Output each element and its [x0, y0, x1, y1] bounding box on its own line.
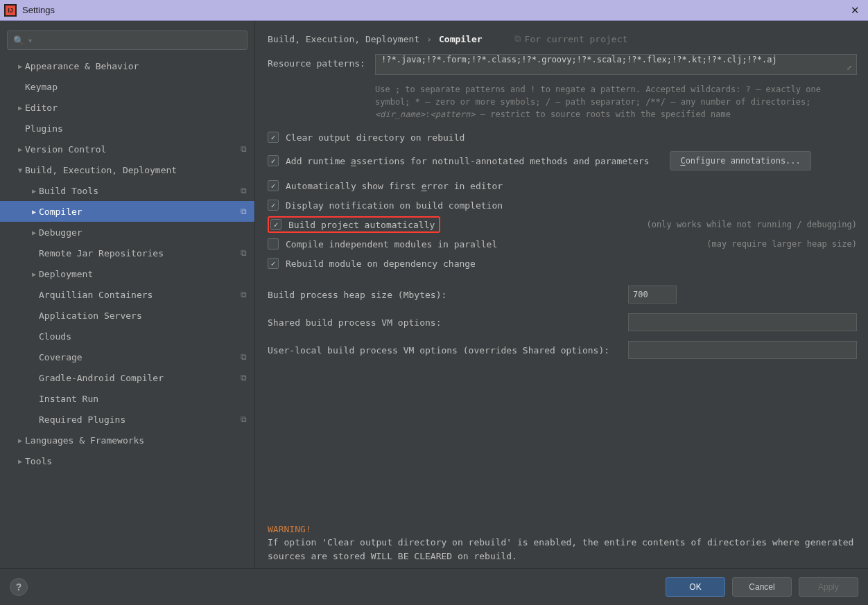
sidebar-item-clouds[interactable]: Clouds [0, 326, 254, 347]
tree-arrow-icon: ▶ [29, 187, 39, 195]
breadcrumb-current: Compiler [439, 34, 483, 44]
cancel-button[interactable]: Cancel [732, 577, 792, 597]
tree-arrow-icon: ▶ [29, 208, 39, 216]
sidebar-item-label: Plugins [25, 123, 249, 134]
dialog-button-bar: ? OK Cancel Apply [0, 568, 868, 604]
search-icon: 🔍 [13, 35, 24, 46]
runtime-assertions-checkbox[interactable] [268, 155, 279, 166]
resource-patterns-input[interactable]: !?*.java;!?*.form;!?*.class;!?*.groovy;!… [375, 54, 857, 75]
titlebar: IJ Settings ✕ [0, 0, 868, 21]
user-vm-input[interactable] [628, 341, 857, 359]
dialog-content: 🔍 ▾ ▶Appearance & BehaviorKeymap▶EditorP… [0, 21, 868, 568]
expand-field-icon[interactable]: ⤢ [847, 64, 852, 71]
build-automatically-note: (only works while not running / debuggin… [647, 220, 857, 229]
warning-block: WARNING! If option 'Clear output directo… [268, 502, 857, 563]
clear-output-checkbox[interactable] [268, 132, 279, 143]
sidebar-item-plugins[interactable]: Plugins [0, 118, 254, 139]
sidebar-item-remote-jar-repositories[interactable]: Remote Jar Repositories⧉ [0, 243, 254, 263]
warning-title: WARNING! [268, 523, 857, 536]
warning-body: If option 'Clear output directory on reb… [268, 536, 857, 563]
sidebar: 🔍 ▾ ▶Appearance & BehaviorKeymap▶EditorP… [0, 21, 255, 568]
project-scope-icon: ⧉ [238, 351, 249, 362]
auto-first-error-checkbox[interactable] [268, 180, 279, 191]
sidebar-item-label: Debugger [39, 227, 249, 238]
clear-output-label: Clear output directory on rebuild [286, 132, 465, 143]
sidebar-item-languages-frameworks[interactable]: ▶Languages & Frameworks [0, 430, 254, 450]
window-title: Settings [22, 5, 55, 15]
sidebar-item-arquillian-containers[interactable]: Arquillian Containers⧉ [0, 284, 254, 305]
shared-vm-input[interactable] [628, 313, 857, 331]
compile-parallel-checkbox[interactable] [268, 238, 279, 249]
tree-arrow-icon: ▶ [15, 437, 25, 444]
sidebar-item-build-tools[interactable]: ▶Build Tools⧉ [0, 180, 254, 201]
sidebar-item-label: Clouds [39, 331, 249, 342]
tree-arrow-icon: ▼ [15, 166, 25, 174]
sidebar-item-label: Appearance & Behavior [25, 61, 249, 71]
resource-patterns-hint: Use ; to separate patterns and ! to nega… [268, 83, 857, 121]
sidebar-item-gradle-android-compiler[interactable]: Gradle-Android Compiler⧉ [0, 367, 254, 388]
sidebar-item-label: Languages & Frameworks [25, 435, 249, 446]
project-scope-label: For current project [525, 34, 628, 44]
apply-button[interactable]: Apply [799, 577, 858, 597]
breadcrumb-separator: › [424, 34, 435, 44]
search-input[interactable]: 🔍 ▾ [7, 30, 248, 50]
build-automatically-label: Build project automatically [288, 220, 435, 230]
tree-arrow-icon: ▶ [15, 457, 25, 465]
sidebar-item-label: Gradle-Android Compiler [39, 373, 238, 383]
display-notification-checkbox[interactable] [268, 200, 279, 211]
runtime-assertions-label: Add runtime assertions for notnull-annot… [286, 156, 649, 166]
tree-arrow-icon: ▶ [29, 270, 39, 278]
sidebar-item-label: Instant Run [39, 394, 249, 404]
sidebar-item-coverage[interactable]: Coverage⧉ [0, 347, 254, 367]
project-scope-icon: ⧉ [238, 372, 249, 383]
sidebar-item-appearance-behavior[interactable]: ▶Appearance & Behavior [0, 55, 254, 76]
sidebar-item-debugger[interactable]: ▶Debugger [0, 222, 254, 243]
resource-patterns-value: !?*.java;!?*.form;!?*.class;!?*.groovy;!… [381, 55, 777, 64]
sidebar-item-label: Keymap [25, 82, 249, 92]
main-panel: Build, Execution, Deployment › Compiler … [255, 21, 868, 568]
tree-arrow-icon: ▶ [29, 229, 39, 236]
sidebar-item-label: Tools [25, 456, 249, 466]
sidebar-item-tools[interactable]: ▶Tools [0, 450, 254, 471]
rebuild-dependency-label: Rebuild module on dependency change [286, 258, 476, 269]
auto-first-error-label: Automatically show first error in editor [286, 181, 503, 191]
display-notification-label: Display notification on build completion [286, 200, 503, 211]
settings-tree: ▶Appearance & BehaviorKeymap▶EditorPlugi… [0, 55, 254, 471]
sidebar-item-version-control[interactable]: ▶Version Control⧉ [0, 139, 254, 159]
sidebar-item-build-execution-deployment[interactable]: ▼Build, Execution, Deployment [0, 159, 254, 180]
sidebar-item-required-plugins[interactable]: Required Plugins⧉ [0, 409, 254, 430]
close-icon[interactable]: ✕ [847, 4, 864, 17]
project-scope-icon: ⧉ [238, 247, 249, 258]
ok-button[interactable]: OK [666, 577, 725, 597]
configure-annotations-button[interactable]: Configure annotations... [670, 151, 810, 170]
rebuild-dependency-checkbox[interactable] [268, 258, 279, 269]
breadcrumb-part: Build, Execution, Deployment [268, 34, 419, 44]
heap-size-input[interactable] [628, 286, 677, 304]
sidebar-item-keymap[interactable]: Keymap [0, 76, 254, 97]
build-automatically-checkbox[interactable] [270, 219, 281, 230]
sidebar-item-deployment[interactable]: ▶Deployment [0, 263, 254, 284]
sidebar-item-instant-run[interactable]: Instant Run [0, 388, 254, 409]
resource-patterns-label: Resource patterns: [268, 54, 375, 69]
sidebar-item-label: Build, Execution, Deployment [25, 165, 249, 175]
project-scope-icon: ⧉ [238, 185, 249, 196]
app-icon: IJ [4, 4, 17, 17]
project-scope-icon: ⧉ [238, 143, 249, 155]
help-button[interactable]: ? [10, 578, 28, 596]
sidebar-item-compiler[interactable]: ▶Compiler⧉ [0, 201, 254, 222]
chevron-down-icon: ▾ [28, 37, 32, 44]
compile-parallel-note: (may require larger heap size) [706, 239, 857, 249]
sidebar-item-label: Remote Jar Repositories [39, 248, 238, 258]
sidebar-item-application-servers[interactable]: Application Servers [0, 305, 254, 326]
project-scope-icon: ⧉ [238, 414, 249, 425]
sidebar-item-editor[interactable]: ▶Editor [0, 97, 254, 118]
sidebar-item-label: Arquillian Containers [39, 290, 238, 300]
project-scope-icon: ⧉ [238, 206, 249, 217]
project-scope-icon: ⧉ [514, 33, 521, 44]
heap-size-label: Build process heap size (Mbytes): [268, 290, 446, 300]
sidebar-item-label: Compiler [39, 207, 238, 217]
tree-arrow-icon: ▶ [15, 62, 25, 70]
user-vm-label: User-local build process VM options (ove… [268, 345, 609, 356]
tree-arrow-icon: ▶ [15, 146, 25, 153]
sidebar-item-label: Version Control [25, 144, 238, 155]
